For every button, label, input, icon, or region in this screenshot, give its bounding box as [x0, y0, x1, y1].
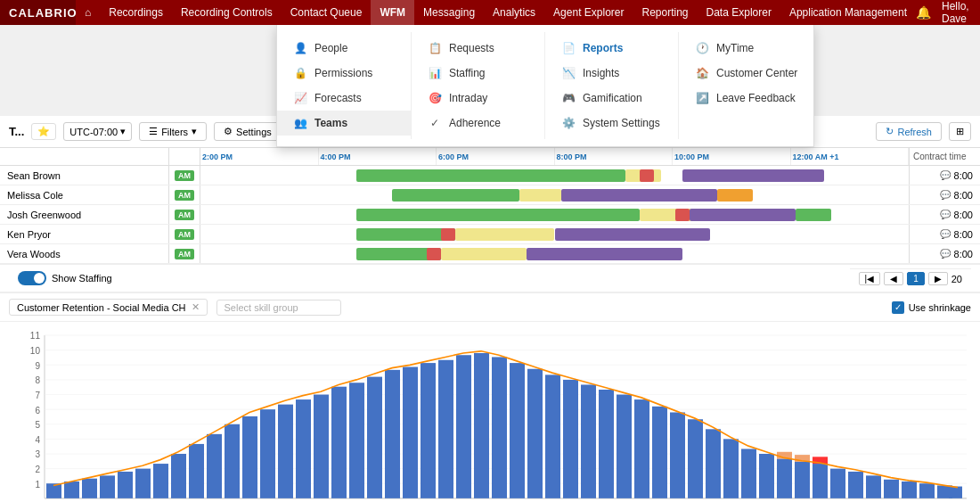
nav-right: 🔔 Hello, Dave ▾ Help	[916, 0, 980, 25]
nav-wfm[interactable]: WFM	[371, 0, 414, 25]
nav-reporting[interactable]: Reporting	[633, 0, 698, 25]
nav-home[interactable]: ⌂	[76, 0, 100, 25]
nav-app-management[interactable]: Application Management	[780, 0, 916, 25]
user-greeting[interactable]: Hello, Dave	[942, 0, 969, 25]
notifications-bell[interactable]: 🔔	[916, 5, 931, 20]
nav-analytics[interactable]: Analytics	[484, 0, 544, 25]
nav-messaging[interactable]: Messaging	[414, 0, 484, 25]
nav-agent-explorer[interactable]: Agent Explorer	[544, 0, 633, 25]
app-logo: CALABRIO	[0, 0, 76, 25]
nav-recording-controls[interactable]: Recording Controls	[172, 0, 282, 25]
nav-contact-queue[interactable]: Contact Queue	[282, 0, 372, 25]
nav-recordings[interactable]: Recordings	[100, 0, 172, 25]
top-navigation: CALABRIO ⌂ Recordings Recording Controls…	[0, 0, 980, 25]
nav-data-explorer[interactable]: Data Explorer	[698, 0, 780, 25]
